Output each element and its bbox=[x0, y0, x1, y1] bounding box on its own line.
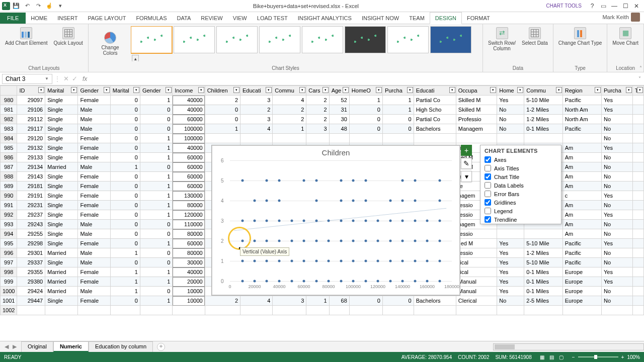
sheet-nav-next-icon[interactable]: ▶ bbox=[11, 343, 18, 350]
cell[interactable]: No bbox=[497, 124, 524, 134]
cell[interactable] bbox=[414, 134, 456, 143]
cell[interactable]: 0 bbox=[110, 182, 140, 191]
cell[interactable]: Yes bbox=[497, 277, 524, 287]
cell[interactable]: 10000 bbox=[173, 287, 205, 296]
cell[interactable]: 986 bbox=[1, 153, 17, 162]
cell[interactable]: No bbox=[497, 296, 524, 306]
cell[interactable]: Skilled M bbox=[456, 96, 497, 105]
filter-icon[interactable]: ▾ bbox=[71, 87, 77, 93]
cell[interactable] bbox=[632, 143, 643, 153]
cell[interactable]: 0 bbox=[382, 124, 414, 134]
cell[interactable]: 0 bbox=[140, 248, 172, 258]
data-point[interactable] bbox=[302, 179, 305, 182]
column-header[interactable]: Children▾ bbox=[205, 86, 240, 96]
cell[interactable] bbox=[562, 134, 601, 143]
cell[interactable]: 2 bbox=[205, 96, 240, 105]
cell[interactable]: Single bbox=[45, 115, 78, 124]
cell[interactable]: 989 bbox=[1, 182, 17, 191]
cell[interactable] bbox=[306, 134, 329, 143]
column-header[interactable]: Marital▾ bbox=[110, 86, 140, 96]
cell[interactable]: 80000 bbox=[173, 248, 205, 258]
data-point[interactable] bbox=[278, 240, 281, 242]
cell[interactable]: 0 bbox=[110, 296, 140, 306]
cell[interactable]: 20000 bbox=[173, 277, 205, 287]
cell[interactable]: Married bbox=[45, 277, 78, 287]
cell[interactable]: Male bbox=[78, 220, 110, 229]
cell[interactable]: 60000 bbox=[173, 162, 205, 172]
data-point[interactable] bbox=[364, 179, 367, 182]
close-icon[interactable]: ✕ bbox=[632, 3, 641, 10]
cell[interactable]: 29380 bbox=[17, 277, 45, 287]
checkbox[interactable] bbox=[485, 199, 491, 206]
ribbon-tab-insight-analytics[interactable]: INSIGHT ANALYTICS bbox=[293, 13, 357, 24]
chart-element-option[interactable]: Error Bars bbox=[480, 190, 561, 198]
cell[interactable]: 0 bbox=[349, 124, 382, 134]
cell[interactable]: 0 bbox=[110, 115, 140, 124]
cell[interactable]: Married bbox=[45, 248, 78, 258]
cell[interactable]: Single bbox=[45, 172, 78, 182]
cell[interactable]: No bbox=[601, 124, 632, 134]
ribbon-tab-home[interactable]: HOME bbox=[26, 13, 52, 24]
data-point[interactable] bbox=[290, 240, 293, 242]
data-point[interactable] bbox=[438, 260, 441, 262]
checkbox[interactable] bbox=[485, 208, 491, 214]
cell[interactable]: Europe bbox=[562, 287, 601, 296]
zoom-slider[interactable] bbox=[578, 356, 618, 357]
cell[interactable]: 0 bbox=[110, 201, 140, 210]
data-point[interactable] bbox=[352, 260, 355, 262]
ribbon-tab-insight-now[interactable]: INSIGHT NOW bbox=[357, 13, 404, 24]
data-point[interactable] bbox=[376, 220, 379, 222]
cell[interactable]: Yes bbox=[601, 277, 632, 287]
data-point[interactable] bbox=[414, 200, 416, 202]
chart-style-thumb[interactable] bbox=[302, 26, 343, 53]
checkbox[interactable] bbox=[485, 173, 491, 180]
cell[interactable]: Yes bbox=[601, 105, 632, 115]
cell[interactable] bbox=[632, 229, 643, 239]
cell[interactable]: Yes bbox=[601, 267, 632, 277]
cell[interactable] bbox=[632, 162, 643, 172]
cell[interactable]: Am bbox=[562, 182, 601, 191]
cell[interactable]: 29191 bbox=[17, 191, 45, 201]
ribbon-tab-team[interactable]: TEAM bbox=[404, 13, 430, 24]
change-colors-button[interactable]: Change Colors bbox=[92, 31, 129, 57]
chart-element-option[interactable]: Trendline bbox=[480, 215, 561, 224]
data-point[interactable] bbox=[315, 260, 317, 262]
data-point[interactable] bbox=[352, 179, 355, 182]
move-chart-button[interactable]: Move Chart bbox=[610, 26, 640, 47]
chart-styles-button[interactable]: ✎ bbox=[461, 158, 472, 169]
cell[interactable]: Single bbox=[45, 96, 78, 105]
cell[interactable]: Yes bbox=[601, 239, 632, 248]
cell[interactable]: 0 bbox=[110, 153, 140, 162]
cell[interactable]: 0 bbox=[110, 258, 140, 267]
data-point[interactable] bbox=[389, 220, 391, 222]
data-point[interactable] bbox=[340, 220, 342, 222]
cell[interactable]: Single bbox=[45, 296, 78, 306]
cell[interactable] bbox=[632, 134, 643, 143]
data-point[interactable] bbox=[241, 260, 244, 262]
undo-icon[interactable]: ↶ bbox=[22, 3, 32, 9]
cell[interactable]: Yes bbox=[497, 248, 524, 258]
data-point[interactable] bbox=[376, 240, 379, 242]
new-sheet-button[interactable]: + bbox=[157, 343, 165, 351]
column-header[interactable]: Income▾ bbox=[173, 86, 205, 96]
chart-filters-button[interactable]: ▾ bbox=[461, 171, 472, 182]
cell[interactable]: 1 bbox=[205, 124, 240, 134]
data-point[interactable] bbox=[376, 280, 379, 283]
cell[interactable]: 0 bbox=[382, 115, 414, 124]
cell[interactable]: Am bbox=[562, 172, 601, 182]
filter-icon[interactable]: ▾ bbox=[133, 87, 139, 93]
cell[interactable]: 29133 bbox=[17, 153, 45, 162]
data-point[interactable] bbox=[315, 220, 317, 222]
cell[interactable]: Pacific bbox=[562, 96, 601, 105]
cell[interactable]: 0 bbox=[140, 162, 172, 172]
cell[interactable]: 0 bbox=[110, 124, 140, 134]
cell[interactable]: Bachelors bbox=[414, 124, 456, 134]
cell[interactable]: 1-2 Miles bbox=[524, 248, 562, 258]
sheet-tab[interactable]: Education by column bbox=[89, 341, 153, 352]
cell[interactable]: 29243 bbox=[17, 220, 45, 229]
column-header[interactable]: Age▾ bbox=[329, 86, 349, 96]
checkbox[interactable] bbox=[485, 182, 491, 189]
ribbon-tab-view[interactable]: VIEW bbox=[228, 13, 252, 24]
cell[interactable]: 1 bbox=[140, 210, 172, 220]
cell[interactable] bbox=[524, 229, 562, 239]
